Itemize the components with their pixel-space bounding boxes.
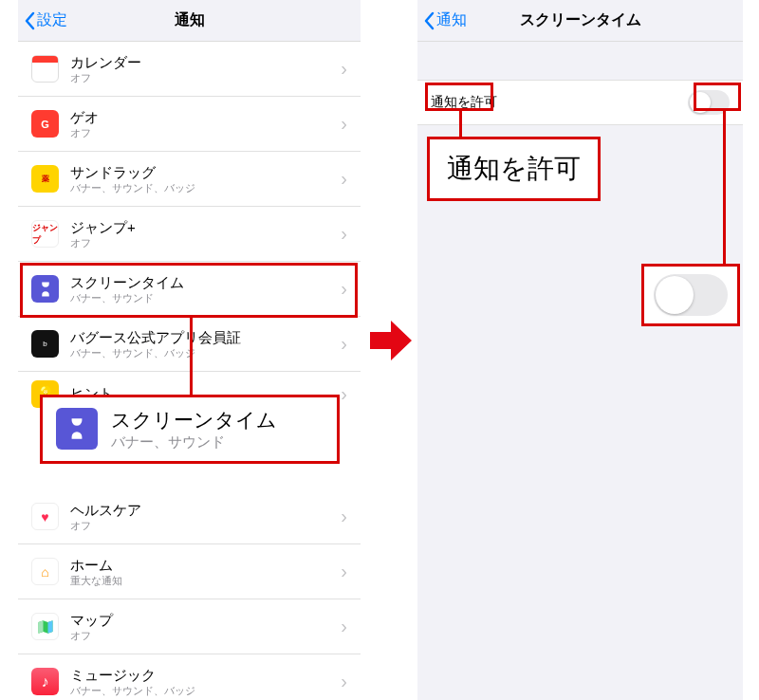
list-item-music[interactable]: ♪ミュージックバナー、サウンド、バッジ› [18,654,361,700]
row-text: ミュージックバナー、サウンド、バッジ [70,666,341,698]
callout-allow-label: 通知を許可 [427,137,601,201]
connector-line-right-1 [459,111,462,137]
row-text: ゲオオフ [70,108,341,140]
row-text: ホーム重大な通知 [70,556,341,588]
list-item-jump[interactable]: ジャンプジャンプ+オフ› [18,207,361,262]
chevron-right-icon: › [341,383,347,405]
list-item-home[interactable]: ⌂ホーム重大な通知› [18,544,361,599]
list-item-calendar[interactable]: カレンダーオフ› [18,42,361,97]
chevron-left-icon [24,11,35,30]
music-icon: ♪ [31,668,59,695]
toggle-knob [690,92,711,113]
list-item-screentime[interactable]: スクリーンタイムバナー、サウンド› [18,262,361,317]
chevron-right-icon: › [341,168,347,190]
row-sub: 重大な通知 [70,574,341,587]
back-label: 設定 [37,10,67,30]
back-button-settings[interactable]: 設定 [24,10,67,30]
sund-icon: 薬 [31,165,59,193]
row-text: ヘルスケアオフ [70,501,341,533]
row-title: マップ [70,611,341,630]
home-icon: ⌂ [31,558,59,585]
row-title: ヘルスケア [70,501,341,520]
callout-sub: バナー、サウンド [111,433,324,451]
row-sub: オフ [70,519,341,532]
row-title: サンドラッグ [70,163,341,182]
row-title: ミュージック [70,666,341,685]
screentime-icon [56,408,98,450]
row-text: バグース公式アプリ会員証バナー、サウンド、バッジ [70,328,341,360]
chevron-right-icon: › [341,506,347,527]
jump-icon: ジャンプ [31,220,59,248]
list-item-sund[interactable]: 薬サンドラッグバナー、サウンド、バッジ› [18,152,361,207]
list-item-map[interactable]: マップオフ› [18,599,361,654]
page-title-left: 通知 [175,10,205,30]
chevron-right-icon: › [341,561,347,582]
row-text: スクリーンタイムバナー、サウンド [70,273,341,305]
back-button-notifications[interactable]: 通知 [423,10,467,30]
row-title: バグース公式アプリ会員証 [70,328,341,347]
screentime-icon [31,275,59,303]
row-title: カレンダー [70,53,341,72]
row-title: ホーム [70,556,341,575]
row-title: ジャンプ+ [70,218,341,237]
chevron-right-icon: › [341,671,347,692]
map-icon [31,613,59,640]
chevron-right-icon: › [341,278,347,300]
toggle-enlarged [654,274,728,316]
row-sub: オフ [70,71,341,84]
back-label: 通知 [436,10,467,30]
callout-screentime: スクリーンタイム バナー、サウンド [40,395,340,464]
chevron-right-icon: › [341,58,347,80]
bagus-icon: b [31,330,59,358]
chevron-right-icon: › [341,113,347,135]
pane-screentime-detail: 通知 スクリーンタイム 通知を許可 [417,0,743,700]
row-sub: バナー、サウンド [70,291,341,304]
chevron-right-icon: › [341,333,347,355]
row-title: ゲオ [70,108,341,127]
callout-title: スクリーンタイム [111,407,324,433]
connector-line-right-2 [723,111,726,264]
chevron-right-icon: › [341,616,347,637]
row-sub: オフ [70,126,341,139]
row-text: サンドラッグバナー、サウンド、バッジ [70,163,341,195]
health-icon: ♥ [31,503,59,530]
nav-bar-right: 通知 スクリーンタイム [417,0,743,42]
calendar-icon [31,55,59,83]
row-title: スクリーンタイム [70,273,341,292]
toggle-knob [656,276,694,314]
list-item-geo[interactable]: Gゲオオフ› [18,97,361,152]
nav-bar-left: 設定 通知 [18,0,361,42]
arrow-right-icon [370,319,412,362]
chevron-right-icon: › [341,223,347,245]
row-text: マップオフ [70,611,341,643]
row-sub: オフ [70,236,341,249]
allow-notifications-row: 通知を許可 [417,80,743,125]
list-item-health[interactable]: ♥ヘルスケアオフ› [18,489,361,544]
page-title-right: スクリーンタイム [520,10,641,30]
row-sub: バナー、サウンド、バッジ [70,684,341,697]
row-text: ジャンプ+オフ [70,218,341,250]
callout-toggle [641,264,740,326]
geo-icon: G [31,110,59,138]
row-sub: バナー、サウンド、バッジ [70,181,341,194]
connector-line-left [190,318,193,395]
chevron-left-icon [423,11,435,30]
allow-notifications-label: 通知を許可 [431,94,497,111]
row-sub: オフ [70,629,341,642]
row-sub: バナー、サウンド、バッジ [70,346,341,359]
row-text: カレンダーオフ [70,53,341,85]
